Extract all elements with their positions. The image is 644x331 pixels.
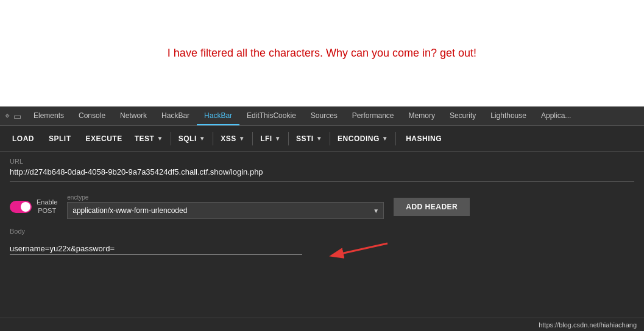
divider-3 [252,132,253,145]
tab-network[interactable]: Network [113,106,154,125]
lfi-label: LFI [260,134,272,143]
arrow-icon [320,237,394,262]
status-url: https://blog.csdn.net/hiahiachang [539,321,637,329]
lfi-dropdown[interactable]: LFI ▼ [257,132,285,145]
tab-bar: ⌖ ▭ Elements Console Network HackBar Hac… [0,106,644,126]
hashing-button[interactable]: HASHING [400,132,448,145]
tab-lighthouse[interactable]: Lighthouse [483,106,534,125]
divider-6 [395,132,396,145]
body-section: Body [10,228,634,262]
divider-4 [288,132,289,145]
tab-hackbar2[interactable]: HackBar [197,106,239,125]
status-bar: https://blog.csdn.net/hiahiachang [0,318,644,331]
test-arrow: ▼ [157,135,163,142]
body-row [10,237,634,262]
divider-1 [171,132,171,145]
xss-arrow: ▼ [239,135,245,142]
tab-security[interactable]: Security [442,106,483,125]
ssti-dropdown[interactable]: SSTI ▼ [292,132,326,145]
url-section: URL http://d274b648-0dad-4058-9b20-9a7a3… [10,158,634,182]
inspect-icon[interactable]: ▭ [13,111,21,121]
add-header-button[interactable]: ADD HEADER [394,198,470,216]
sqli-dropdown[interactable]: SQLI ▼ [175,132,209,145]
tab-hackbar1[interactable]: HackBar [154,106,197,125]
toggle-knob [21,202,30,212]
body-input[interactable] [10,244,302,255]
enctype-label: enctype [67,194,384,201]
body-label: Body [10,228,634,235]
execute-button[interactable]: EXECUTE [80,132,129,145]
cursor-icon[interactable]: ⌖ [5,111,10,121]
encoding-dropdown[interactable]: ENCODING ▼ [334,132,392,145]
select-wrapper: application/x-www-form-urlencoded multip… [67,202,384,219]
page-content: I have filtered all the characters. Why … [0,0,644,106]
divider-2 [213,132,213,145]
split-button[interactable]: SPLIT [43,132,77,145]
sqli-label: SQLI [179,134,197,143]
devtools-panel: ⌖ ▭ Elements Console Network HackBar Hac… [0,106,644,331]
sqli-arrow: ▼ [199,135,205,142]
encoding-arrow: ▼ [382,135,388,142]
xss-label: XSS [221,134,236,143]
ssti-arrow: ▼ [316,135,322,142]
ssti-label: SSTI [296,134,314,143]
svg-line-1 [333,243,387,256]
enctype-select[interactable]: application/x-www-form-urlencoded multip… [67,202,384,219]
main-panel: URL http://d274b648-0dad-4058-9b20-9a7a3… [0,152,644,318]
test-dropdown[interactable]: TEST ▼ [131,132,167,145]
tab-memory[interactable]: Memory [402,106,442,125]
toolbar: LOAD SPLIT EXECUTE TEST ▼ SQLI ▼ XSS ▼ L… [0,126,644,152]
tab-sources[interactable]: Sources [303,106,345,125]
arrow-container [320,237,394,262]
tab-icons: ⌖ ▭ [0,111,26,121]
test-label: TEST [135,134,155,143]
toggle-label: EnablePOST [37,198,57,214]
tab-elements[interactable]: Elements [26,106,71,125]
enctype-container: enctype application/x-www-form-urlencode… [67,194,384,219]
url-value: http://d274b648-0dad-4058-9b20-9a7a35424… [10,167,634,182]
enable-post-toggle[interactable] [10,201,32,213]
tab-performance[interactable]: Performance [345,106,402,125]
tab-applica[interactable]: Applica... [534,106,578,125]
toggle-container: EnablePOST [10,198,57,214]
controls-row: EnablePOST enctype application/x-www-for… [10,194,634,219]
load-button[interactable]: LOAD [6,132,40,145]
xss-dropdown[interactable]: XSS ▼ [217,132,249,145]
divider-5 [330,132,330,145]
page-message: I have filtered all the characters. Why … [168,47,476,60]
tab-editthiscookie[interactable]: EditThisCookie [239,106,303,125]
url-label: URL [10,158,634,165]
lfi-arrow: ▼ [275,135,281,142]
tab-console[interactable]: Console [71,106,113,125]
encoding-label: ENCODING [338,134,380,143]
